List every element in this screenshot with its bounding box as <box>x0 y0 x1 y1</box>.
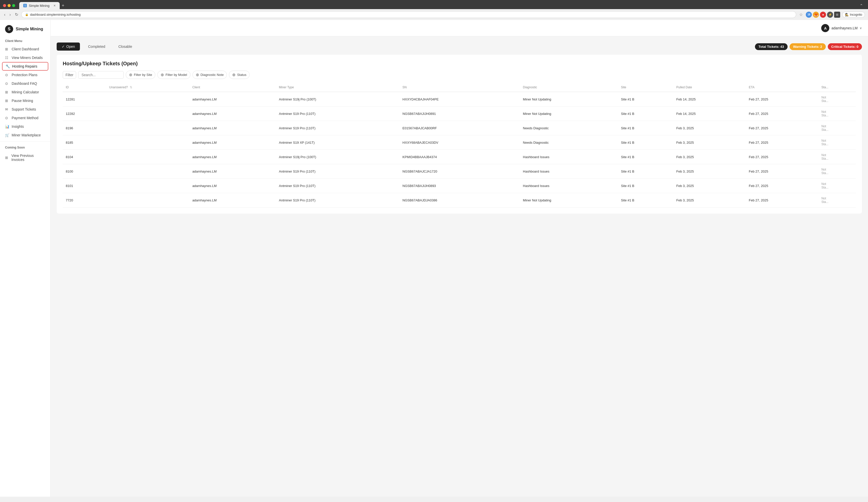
cell-miner-type: Antminer S19 Pro (110T) <box>276 193 400 207</box>
tab-completed[interactable]: Completed <box>83 42 110 51</box>
col-pulled-date: Pulled Date <box>673 83 746 92</box>
col-unanswered[interactable]: Unanswered? ⇅ <box>106 83 189 92</box>
shield-icon: ⊙ <box>5 73 9 77</box>
cell-status: NotSta... <box>818 164 856 178</box>
username-label: adamhaynes.LM <box>831 26 858 30</box>
cell-client: adamhaynes.LM <box>189 178 276 193</box>
total-tickets-badge: Total Tickets: 43 <box>755 43 788 50</box>
filter-status-label: Status <box>237 73 246 77</box>
invoice-icon: ⊞ <box>5 156 9 160</box>
sidebar-item-insights[interactable]: 📊 Insights <box>0 122 50 131</box>
app-header: A adamhaynes.LM ∨ <box>51 20 868 37</box>
sidebar-item-protection-plans[interactable]: ⊙ Protection Plans <box>0 71 50 79</box>
table-row[interactable]: 8196 adamhaynes.LM Antminer S19 Pro (110… <box>63 121 856 135</box>
sidebar-item-label: Miner Marketplace <box>12 133 41 137</box>
col-status: Sta... <box>818 83 856 92</box>
cell-status: NotSta... <box>818 92 856 106</box>
cell-unanswered <box>106 135 189 150</box>
client-menu-title: Client Menu <box>0 39 50 45</box>
cell-id: 8101 <box>63 178 106 193</box>
cell-eta: Feb 27, 2025 <box>746 92 818 106</box>
extension-icon-2[interactable]: 🦊 <box>813 12 819 18</box>
sidebar-item-dashboard-faq[interactable]: ⊙ Dashboard FAQ <box>0 79 50 88</box>
col-site: Site <box>618 83 673 92</box>
sidebar-item-label: Payment Method <box>12 116 39 120</box>
cell-diagnostic: Hashboard Issues <box>520 164 618 178</box>
cell-site: Site #1 B <box>618 121 673 135</box>
sidebar-item-label: View Previous Invoices <box>11 154 45 162</box>
extension-icon-3[interactable]: ● <box>820 12 826 18</box>
sidebar-item-view-miners-details[interactable]: ☷ View Miners Details <box>0 53 50 62</box>
back-button[interactable]: ‹ <box>3 11 6 18</box>
cell-sn: NGSB67ABAJCJA1720 <box>399 164 520 178</box>
sidebar-item-payment-method[interactable]: ⊙ Payment Method <box>0 114 50 122</box>
payment-icon: ⊙ <box>5 116 9 120</box>
traffic-light-yellow[interactable] <box>8 4 11 7</box>
filter-by-model-label: Filter by Model <box>165 73 187 77</box>
cell-pulled-date: Feb 3, 2025 <box>673 164 746 178</box>
tab-open[interactable]: ✓ Open <box>56 42 80 51</box>
extensions-button[interactable]: ⊞ <box>834 12 840 18</box>
table-title: Hosting/Upkeep Tickets (Open) <box>63 61 856 66</box>
filter-by-model-button[interactable]: ⊕ Filter by Model <box>157 71 190 79</box>
table-row[interactable]: 8104 adamhaynes.LM Antminer S19j Pro (10… <box>63 150 856 164</box>
table-row[interactable]: 8101 adamhaynes.LM Antminer S19 Pro (110… <box>63 178 856 193</box>
traffic-light-green[interactable] <box>12 4 15 7</box>
cell-eta: Feb 27, 2025 <box>746 178 818 193</box>
cell-eta: Feb 27, 2025 <box>746 164 818 178</box>
tab-favicon: S <box>23 4 27 7</box>
url-bar[interactable]: 🔒 dashboard.simplemining.io/hosting <box>21 11 796 18</box>
table-row[interactable]: 12282 adamhaynes.LM Antminer S19 Pro (11… <box>63 106 856 121</box>
cell-status: NotSta... <box>818 135 856 150</box>
cell-status: NotSta... <box>818 106 856 121</box>
cell-site: Site #1 B <box>618 164 673 178</box>
search-input[interactable] <box>78 71 124 79</box>
sidebar-item-mining-calculator[interactable]: ⊞ Mining Calculator <box>0 88 50 96</box>
cell-unanswered <box>106 193 189 207</box>
cell-id: 8196 <box>63 121 106 135</box>
cell-site: Site #1 B <box>618 193 673 207</box>
forward-button[interactable]: › <box>8 11 12 18</box>
cell-sn: KPMID4BBAAAJB4374 <box>399 150 520 164</box>
cell-eta: Feb 27, 2025 <box>746 150 818 164</box>
cell-id: 8100 <box>63 164 106 178</box>
filter-by-status-button[interactable]: ⊕ Status <box>229 71 250 79</box>
wrench-icon: 🔧 <box>6 64 10 68</box>
sidebar-item-client-dashboard[interactable]: ⊞ Client Dashboard <box>0 45 50 53</box>
table-row[interactable]: 12281 adamhaynes.LM Antminer S19j Pro (1… <box>63 92 856 106</box>
filter-by-diagnostic-button[interactable]: ⊕ Diagnostic Note <box>193 71 227 79</box>
new-tab-button[interactable]: + <box>60 3 66 8</box>
sidebar-item-view-previous-invoices[interactable]: ⊞ View Previous Invoices <box>0 151 50 164</box>
user-menu[interactable]: A adamhaynes.LM ∨ <box>821 24 862 32</box>
filter-diagnostic-label: Diagnostic Note <box>200 73 224 77</box>
sidebar-item-label: Support Tickets <box>12 107 36 111</box>
tab-title: Simple Mining <box>29 4 50 8</box>
browser-toolbar: ‹ › ↻ 🔒 dashboard.simplemining.io/hostin… <box>0 9 868 20</box>
extension-icon-4[interactable]: ⚡ <box>827 12 833 18</box>
table-row[interactable]: 8185 adamhaynes.LM Antminer S19 XP (141T… <box>63 135 856 150</box>
sidebar-item-miner-marketplace[interactable]: 🛒 Miner Marketplace <box>0 131 50 140</box>
table-row[interactable]: 7720 adamhaynes.LM Antminer S19 Pro (110… <box>63 193 856 207</box>
cell-site: Site #1 B <box>618 178 673 193</box>
filter-by-site-button[interactable]: ⊕ Filter by Site <box>126 71 155 79</box>
reload-button[interactable]: ↻ <box>14 11 19 18</box>
col-sn: SN <box>399 83 520 92</box>
cell-diagnostic: Needs Diagnostic <box>520 121 618 135</box>
cell-site: Site #1 B <box>618 150 673 164</box>
cell-id: 12282 <box>63 106 106 121</box>
tab-close-button[interactable]: × <box>54 3 56 8</box>
tab-closable[interactable]: Closable <box>113 42 137 51</box>
table-header-row: ID Unanswered? ⇅ Client Miner Type SN Di… <box>63 83 856 92</box>
sidebar-item-pause-mining[interactable]: ⊞ Pause Mining <box>0 96 50 105</box>
cell-status: NotSta... <box>818 121 856 135</box>
sidebar-item-hosting-repairs[interactable]: 🔧 Hosting Repairs <box>2 62 48 71</box>
sidebar-item-support-tickets[interactable]: ✉ Support Tickets <box>0 105 50 114</box>
bookmark-button[interactable]: ☆ <box>798 11 804 18</box>
cell-id: 7720 <box>63 193 106 207</box>
extension-icon-1[interactable]: 18 <box>806 12 812 18</box>
table-wrapper: ID Unanswered? ⇅ Client Miner Type SN Di… <box>63 83 856 207</box>
traffic-light-red[interactable] <box>3 4 6 7</box>
browser-tab[interactable]: S Simple Mining × <box>19 2 60 9</box>
sort-icon: ⇅ <box>130 85 132 89</box>
table-row[interactable]: 8100 adamhaynes.LM Antminer S19 Pro (110… <box>63 164 856 178</box>
